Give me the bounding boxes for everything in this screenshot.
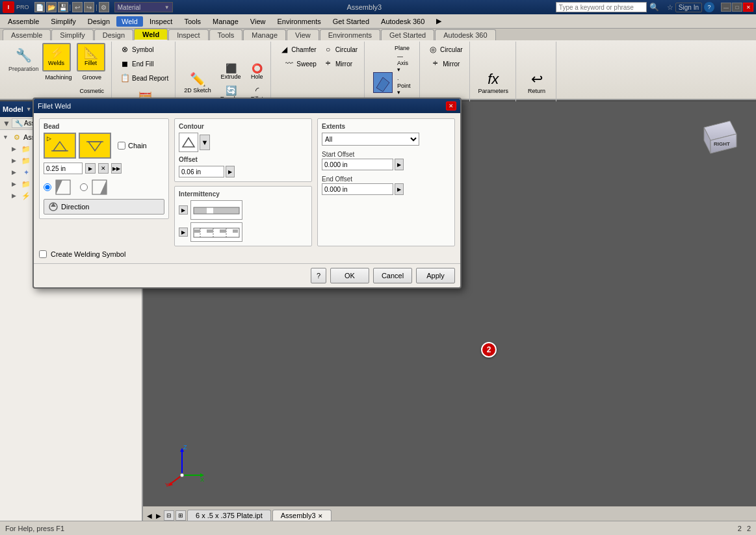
help-btn[interactable]: ?	[704, 2, 714, 12]
symbol-btn[interactable]: ⊗ Symbol	[117, 43, 156, 56]
tab-environments[interactable]: Environments	[320, 29, 380, 40]
menu-autodesk-360[interactable]: Autodesk 360	[376, 16, 430, 27]
offset-expand-btn[interactable]: ▶	[226, 166, 235, 177]
tab-manage[interactable]: Manage	[243, 29, 286, 40]
offset-group: Offset ▶	[179, 156, 307, 177]
save-btn[interactable]: 💾	[58, 2, 68, 12]
tab-autodesk-360[interactable]: Autodesk 360	[435, 29, 495, 40]
chamfer-btn[interactable]: ◢ Chamfer	[276, 43, 319, 56]
offset-input[interactable]	[179, 166, 224, 177]
new-btn[interactable]: 📄	[34, 2, 45, 12]
create-welding-symbol-checkbox[interactable]	[39, 250, 47, 258]
menu-inspect[interactable]: Inspect	[144, 16, 177, 27]
tab-get-started[interactable]: Get Started	[381, 29, 434, 40]
expand-icon: ▶	[12, 181, 20, 187]
search-input[interactable]	[556, 2, 647, 12]
2d-sketch-btn[interactable]: ✏️ 2D Sketch	[181, 70, 215, 96]
signin-btn[interactable]: Sign In	[675, 3, 702, 12]
size-input[interactable]	[44, 163, 83, 174]
start-offset-btn[interactable]: ▶	[395, 159, 404, 170]
cancel-btn[interactable]: Cancel	[373, 268, 412, 283]
size-expand-btn[interactable]: ▶	[85, 163, 96, 174]
close-btn[interactable]: ✕	[743, 3, 753, 12]
dialog-close-btn[interactable]: ✕	[446, 101, 456, 111]
bottom-tab-plate[interactable]: 6 x .5 x .375 Plate.ipt	[187, 510, 271, 521]
size-clear-btn[interactable]: ✕	[98, 163, 109, 174]
extents-select[interactable]: All Distance From To Start/End	[322, 133, 419, 146]
menu-tools[interactable]: Tools	[179, 16, 206, 27]
point-wf-btn[interactable]: · Point ▾	[395, 75, 413, 97]
bookmark-icon[interactable]: ☆	[667, 3, 673, 12]
cosmetic-btn[interactable]: Cosmetic	[77, 86, 108, 96]
preparation-btn[interactable]: 🔧 Preparation	[7, 43, 41, 74]
tab-view[interactable]: View	[287, 29, 319, 40]
menu-design[interactable]: Design	[83, 16, 115, 27]
axis-wf-btn[interactable]: — Axis ▾	[395, 52, 413, 74]
welds-btn[interactable]: ⚡ Welds	[42, 43, 71, 72]
start-offset-input[interactable]	[322, 159, 393, 170]
menu-assemble[interactable]: Assemble	[3, 16, 44, 27]
tab-layout-btn[interactable]: ⊞	[176, 510, 186, 521]
ok-btn[interactable]: OK	[330, 268, 369, 283]
menu-get-started[interactable]: Get Started	[328, 16, 374, 27]
material-selector[interactable]: Material	[118, 4, 141, 11]
extrude-btn[interactable]: ⬛ Extrude	[217, 61, 245, 82]
expand-icon: ▶	[12, 169, 20, 176]
circular-pattern-btn[interactable]: ◎ Circular	[425, 43, 465, 56]
sweep-btn[interactable]: 〰 Sweep	[281, 57, 319, 70]
tab-navigate-back[interactable]: ◀	[146, 511, 153, 521]
open-btn[interactable]: 📂	[46, 2, 57, 12]
intermittency-label: Intermittency	[179, 190, 307, 198]
bead-btn-1[interactable]: ▷	[44, 133, 76, 159]
machining-btn[interactable]: Machining	[42, 72, 75, 85]
apply-btn[interactable]: Apply	[416, 268, 455, 283]
end-offset-input[interactable]	[322, 183, 393, 195]
menu-more[interactable]: ▶	[431, 16, 447, 27]
contour-dropdown[interactable]: ▼	[200, 135, 210, 150]
parameters-btn[interactable]: fx Parameters	[475, 69, 512, 96]
redo-btn[interactable]: ↪	[84, 2, 94, 12]
minimize-btn[interactable]: —	[721, 3, 731, 12]
tab-design[interactable]: Design	[94, 29, 133, 40]
tab-2d-view-btn[interactable]: ⊟	[164, 510, 174, 521]
tab-navigate-fwd[interactable]: ▶	[155, 511, 163, 521]
tab-weld[interactable]: Weld	[134, 29, 168, 40]
inter-arrow-2[interactable]: ▶	[179, 228, 188, 237]
hole-btn[interactable]: ⭕ Hole	[247, 61, 267, 82]
undo-btn[interactable]: ↩	[72, 2, 83, 12]
menu-environments[interactable]: Environments	[272, 16, 326, 27]
bottom-tab-assembly3[interactable]: Assembly3 ✕	[272, 510, 332, 521]
chain-checkbox[interactable]	[118, 142, 125, 150]
properties-btn[interactable]: ⚙	[99, 2, 109, 12]
circular-btn[interactable]: ○ Circular	[320, 43, 360, 56]
size-more-btn[interactable]: ▶▶	[111, 163, 122, 174]
tab-assemble[interactable]: Assemble	[3, 29, 51, 40]
nav-cube[interactable]: RIGHT	[691, 108, 743, 160]
help-dialog-btn[interactable]: ?	[311, 268, 326, 283]
search-icon[interactable]: 🔍	[649, 3, 659, 12]
menu-simplify[interactable]: Simplify	[46, 16, 81, 27]
menu-view[interactable]: View	[245, 16, 271, 27]
weld-side-2[interactable]	[80, 178, 109, 196]
svg-rect-42	[194, 229, 200, 233]
end-offset-btn[interactable]: ▶	[395, 183, 404, 195]
fillet-btn[interactable]: 📐 Fillet	[77, 43, 105, 72]
weld-side-1[interactable]	[44, 178, 72, 196]
maximize-btn[interactable]: □	[732, 3, 742, 12]
menu-weld[interactable]: Weld	[116, 16, 143, 27]
tab-simplify[interactable]: Simplify	[51, 29, 94, 40]
mirror-pattern-btn[interactable]: ⫩ Mirror	[428, 57, 462, 70]
tab-inspect[interactable]: Inspect	[168, 29, 208, 40]
mirror-btn[interactable]: ⫩ Mirror	[320, 57, 355, 70]
direction-btn[interactable]: Direction	[44, 199, 164, 215]
extents-label: Extents	[322, 123, 450, 130]
end-fill-btn[interactable]: ◼ End Fill	[117, 57, 156, 70]
menu-manage[interactable]: Manage	[207, 16, 244, 27]
bead-btn-2[interactable]	[79, 133, 111, 159]
filter-icon[interactable]: ▼	[3, 119, 10, 128]
groove-btn[interactable]: Groove	[77, 72, 108, 85]
bead-report-btn[interactable]: 📋 Bead Report	[117, 72, 171, 85]
return-btn[interactable]: ↩ Return	[525, 69, 549, 96]
tab-tools[interactable]: Tools	[209, 29, 243, 40]
inter-arrow-1[interactable]: ▶	[179, 205, 188, 215]
